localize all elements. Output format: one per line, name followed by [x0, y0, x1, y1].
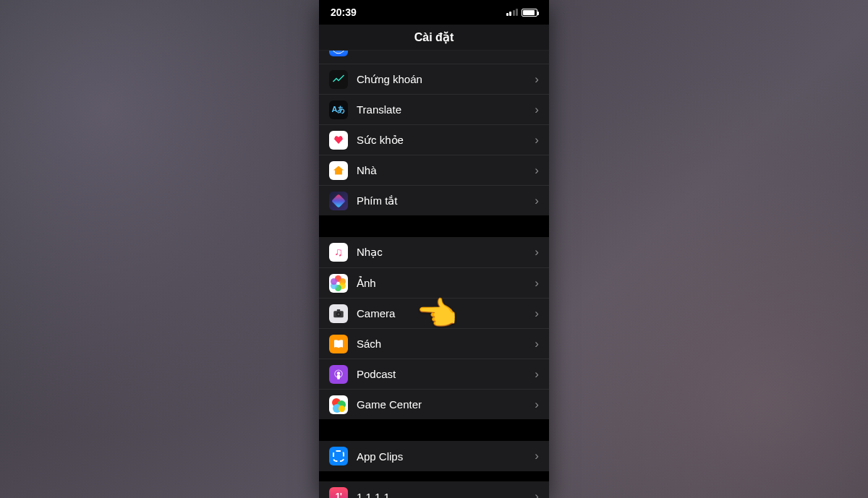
home-icon [329, 161, 348, 180]
page-title: Cài đặt [414, 30, 454, 44]
row-label: App Clips [357, 450, 535, 463]
row-label: Ảnh [357, 277, 535, 290]
chevron-right-icon: › [535, 163, 539, 178]
settings-group: App Clips › [319, 441, 549, 471]
one-one-one-one-icon: 1' [329, 487, 348, 498]
settings-row-books[interactable]: Sách › [319, 328, 549, 359]
row-label: Phím tắt [357, 194, 535, 207]
chevron-right-icon: › [535, 337, 539, 351]
phone-frame: 20:39 Cài đặt Safari › Chứng khoán › [319, 0, 549, 498]
status-bar: 20:39 [319, 0, 549, 25]
settings-row-health[interactable]: Sức khỏe › [319, 124, 549, 155]
settings-row-camera[interactable]: Camera › 👈 [319, 298, 549, 328]
svg-point-8 [337, 372, 341, 375]
group-gap [319, 419, 549, 441]
status-time: 20:39 [331, 7, 357, 18]
chevron-right-icon: › [535, 306, 539, 321]
music-icon: ♫ [329, 243, 348, 262]
svg-point-6 [338, 313, 340, 315]
row-label: Sách [357, 338, 535, 350]
safari-icon [329, 51, 348, 56]
row-label: Nhà [357, 164, 535, 176]
chevron-right-icon: › [535, 194, 539, 208]
shortcuts-icon [329, 192, 348, 210]
row-label: 1.1.1.1 [357, 491, 535, 499]
game-center-icon [329, 395, 348, 414]
chevron-right-icon: › [535, 276, 539, 291]
row-label: Podcast [357, 368, 535, 380]
photos-icon [329, 274, 348, 293]
books-icon [329, 335, 348, 353]
row-label: Chứng khoán [357, 73, 535, 86]
battery-icon [522, 9, 537, 17]
settings-group: Safari › Chứng khoán › Aあ Translate › Sứ… [319, 51, 549, 215]
group-gap [319, 471, 549, 481]
settings-group: ♫ Nhạc › Ảnh › Came [319, 237, 549, 419]
settings-list[interactable]: Safari › Chứng khoán › Aあ Translate › Sứ… [319, 51, 549, 498]
settings-row-podcast[interactable]: Podcast › [319, 359, 549, 389]
nav-header: Cài đặt [319, 25, 549, 51]
row-label: Game Center [357, 398, 535, 411]
settings-row-translate[interactable]: Aあ Translate › [319, 94, 549, 124]
svg-rect-7 [337, 309, 341, 312]
chevron-right-icon: › [535, 398, 539, 412]
cellular-signal-icon [506, 9, 519, 16]
stocks-icon [329, 70, 348, 89]
settings-row-1111[interactable]: 1' 1.1.1.1 › [319, 481, 549, 498]
chevron-right-icon: › [535, 245, 539, 259]
chevron-right-icon: › [535, 51, 539, 55]
translate-icon: Aあ [329, 100, 348, 119]
group-gap [319, 215, 549, 237]
settings-row-safari[interactable]: Safari › [319, 51, 549, 64]
settings-row-appclips[interactable]: App Clips › [319, 441, 549, 471]
row-label: Sức khỏe [357, 134, 535, 147]
settings-row-gamecenter[interactable]: Game Center › [319, 389, 549, 419]
chevron-right-icon: › [535, 103, 539, 117]
health-icon [329, 131, 348, 150]
row-label: Camera [357, 307, 535, 319]
settings-row-stocks[interactable]: Chứng khoán › [319, 64, 549, 94]
chevron-right-icon: › [535, 489, 539, 498]
camera-icon [329, 304, 348, 323]
settings-row-music[interactable]: ♫ Nhạc › [319, 237, 549, 267]
chevron-right-icon: › [535, 449, 539, 463]
settings-group: 1' 1.1.1.1 › [319, 481, 549, 498]
settings-row-shortcuts[interactable]: Phím tắt › [319, 185, 549, 215]
chevron-right-icon: › [535, 72, 539, 87]
row-label: Translate [357, 103, 535, 116]
settings-row-photos[interactable]: Ảnh › [319, 267, 549, 298]
chevron-right-icon: › [535, 367, 539, 382]
settings-row-home[interactable]: Nhà › [319, 155, 549, 185]
chevron-right-icon: › [535, 133, 539, 147]
app-clips-icon [329, 447, 348, 465]
row-label: Nhạc [357, 246, 535, 259]
music-glyph: ♫ [334, 246, 343, 259]
status-right [506, 9, 538, 17]
podcast-icon [329, 365, 348, 384]
